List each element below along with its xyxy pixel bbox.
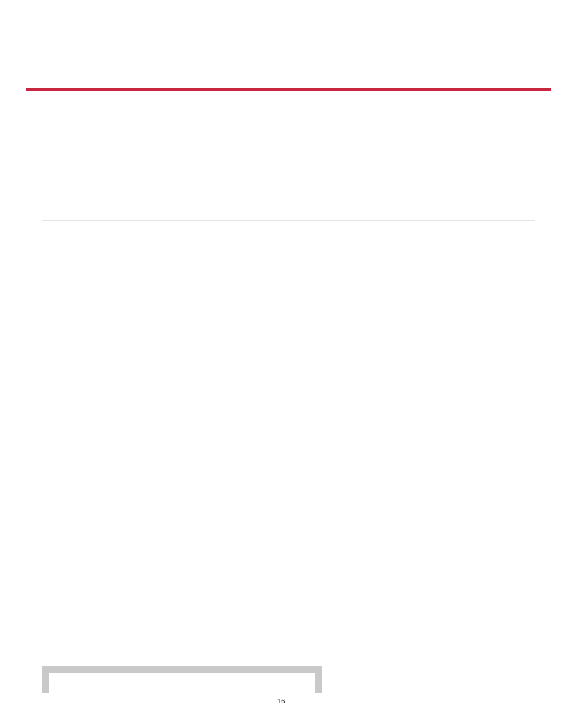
section-divider [42,220,535,221]
section-divider [42,365,535,365]
page-number: 16 [0,696,562,706]
figure-frame [42,666,322,693]
header-accent-rule [26,88,551,91]
section-divider [42,602,535,602]
